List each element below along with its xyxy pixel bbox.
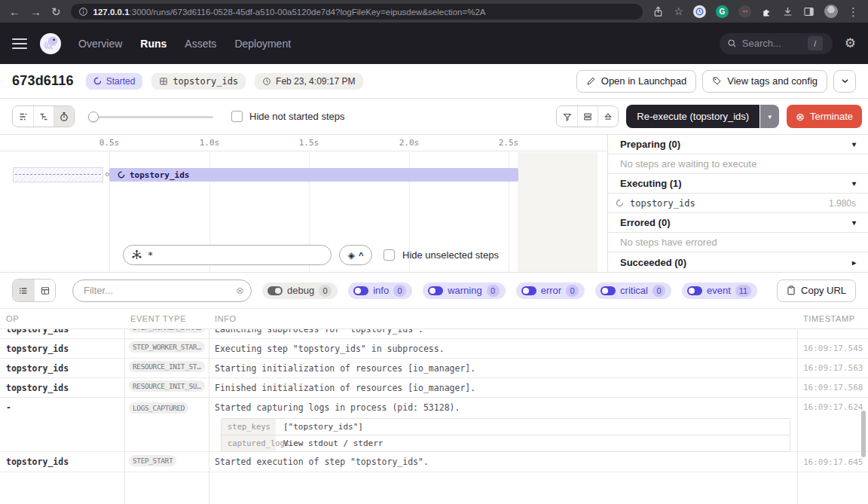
scrollbar-thumb[interactable]	[861, 411, 866, 457]
step-query-options-button[interactable]: ◈ ^	[339, 245, 372, 265]
extensions-puzzle-icon[interactable]	[761, 6, 772, 17]
dagster-logo[interactable]	[39, 32, 62, 55]
nav-item-deployment[interactable]: Deployment	[234, 38, 291, 50]
gantt-toolbar: Hide not started steps R	[0, 99, 868, 135]
view-timed-button[interactable]	[53, 106, 74, 127]
extension-clock-icon[interactable]	[693, 5, 706, 18]
captured-logs-link[interactable]: View stdout / stderr	[276, 435, 790, 451]
level-toggle-error[interactable]: error 0	[516, 283, 585, 299]
share-icon[interactable]	[653, 6, 664, 17]
run-id-title: 673d6116	[12, 73, 74, 89]
download-icon[interactable]	[782, 6, 793, 17]
log-row[interactable]: topstory_ids STEP_WORKER_STARTED Executi…	[0, 339, 868, 359]
step-selector-input[interactable]	[123, 245, 332, 265]
hamburger-menu-icon[interactable]	[12, 38, 27, 50]
level-count-badge: 0	[319, 285, 332, 297]
collapse-rows-button[interactable]	[577, 106, 598, 127]
axis-tick: 1.0s	[200, 138, 220, 148]
log-row[interactable]: topstory_ids RESOURCE_INIT_STARTED Start…	[0, 359, 868, 378]
column-divider	[797, 329, 798, 504]
reexecute-button[interactable]: Re-execute (topstory_ids)	[626, 105, 760, 128]
browser-menu-icon[interactable]: ⋮	[848, 6, 859, 17]
side-panel-icon[interactable]	[803, 6, 815, 17]
caret-down-icon: ▾	[852, 218, 856, 227]
slider-track	[88, 116, 213, 118]
view-tags-config-button[interactable]: View tags and config	[702, 70, 827, 93]
log-view-mode-group	[12, 279, 56, 302]
section-preparing[interactable]: Preparing (0) ▾	[608, 135, 868, 154]
terminate-button[interactable]: ⊗ Terminate	[787, 105, 862, 128]
log-table-body: topstory_ids STEP_WORKER_STARTING Launch…	[0, 329, 868, 504]
browser-back-icon[interactable]: ←	[9, 6, 20, 17]
executing-step-row[interactable]: topstory_ids 1.980s	[608, 194, 868, 213]
run-job-tag[interactable]: topstory_ids	[151, 73, 246, 90]
global-search[interactable]: /	[720, 33, 833, 54]
site-info-icon[interactable]	[78, 7, 88, 17]
event-type-badge: RESOURCE_INIT_STARTED	[129, 361, 205, 372]
search-icon	[727, 38, 737, 48]
log-table-view-button[interactable]	[34, 279, 55, 301]
run-main-area: 0.5s 1.0s 1.5s 2.0s 2.5s topstory_ids	[0, 135, 868, 272]
axis-tick: 2.0s	[399, 138, 420, 148]
event-type-badge: STEP_WORKER_STARTED	[129, 341, 205, 353]
run-header-actions: Open in Launchpad View tags and config	[576, 70, 856, 93]
scroll-to-top-button[interactable]	[598, 106, 618, 127]
run-more-actions-button[interactable]	[833, 70, 856, 93]
browser-reload-icon[interactable]: ↻	[51, 6, 61, 17]
search-input[interactable]	[742, 38, 802, 49]
hide-unselected-checkbox[interactable]	[384, 249, 395, 261]
log-list-view-button[interactable]	[13, 279, 34, 301]
level-toggle-event[interactable]: event 11	[682, 283, 757, 299]
open-in-launchpad-button[interactable]: Open in Launchpad	[576, 70, 696, 93]
column-divider	[124, 329, 125, 504]
bookmark-star-icon[interactable]: ☆	[674, 6, 683, 17]
section-executing[interactable]: Executing (1) ▾	[608, 174, 868, 194]
event-type-badge: LOGS_CAPTURED	[129, 402, 188, 414]
clipboard-icon	[787, 286, 796, 295]
meta-row: step_keys ["topstory_ids"]	[222, 419, 790, 435]
browser-forward-icon[interactable]: →	[30, 6, 41, 17]
extension-grammarly-icon[interactable]: G	[716, 5, 729, 18]
extension-dark-icon[interactable]	[738, 5, 751, 18]
slider-knob[interactable]	[88, 111, 99, 122]
spinner-icon	[616, 199, 624, 207]
log-table-header: OP EVENT TYPE INFO TIMESTAMP	[0, 309, 868, 329]
gantt-step-bar[interactable]: topstory_ids	[109, 168, 518, 182]
level-toggle-info[interactable]: info 0	[348, 283, 412, 299]
reexecute-caret-button[interactable]: ▾	[760, 105, 779, 128]
level-toggle-debug[interactable]: debug 0	[262, 283, 338, 299]
op-selector-icon	[131, 249, 142, 261]
address-bar[interactable]: 127.0.0.1:3000/runs/673d6116-0528-45df-a…	[71, 4, 643, 20]
gantt-filter-row: ◈ ^ Hide unselected steps	[123, 245, 499, 265]
settings-gear-icon[interactable]: ⚙	[845, 35, 856, 51]
log-row[interactable]: topstory_ids RESOURCE_INIT_SUCCESS Finis…	[0, 378, 868, 398]
browser-profile-avatar[interactable]	[824, 5, 838, 18]
log-filter-input[interactable]	[72, 279, 252, 302]
funnel-icon	[562, 111, 573, 122]
copy-url-button[interactable]: Copy URL	[777, 279, 856, 302]
nav-item-runs[interactable]: Runs	[140, 38, 167, 50]
level-toggle-critical[interactable]: critical 0	[595, 283, 671, 299]
log-row[interactable]: - LOGS_CAPTURED Started capturing logs i…	[0, 398, 868, 452]
section-errored[interactable]: Errored (0) ▾	[608, 213, 868, 233]
nav-item-overview[interactable]: Overview	[78, 38, 122, 50]
step-selector-field	[123, 245, 332, 265]
log-row[interactable]: topstory_ids STEP_WORKER_STARTING Launch…	[0, 329, 868, 339]
column-divider	[209, 329, 209, 504]
hide-not-started-checkbox[interactable]	[231, 111, 243, 122]
log-jump-group	[556, 105, 619, 127]
filter-funnel-button[interactable]	[557, 106, 577, 127]
toggle-switch-icon	[353, 286, 368, 295]
section-succeeded[interactable]: Succeeded (0) ▸	[608, 252, 868, 272]
toggle-switch-icon	[521, 286, 536, 295]
toggle-switch-icon	[267, 286, 283, 295]
level-toggle-warning[interactable]: warning 0	[423, 283, 506, 299]
view-waterfall-button[interactable]	[33, 106, 53, 127]
gantt-zoom-slider[interactable]	[88, 111, 213, 122]
view-flat-button[interactable]	[13, 106, 33, 127]
browser-chrome: ← → ↻ 127.0.0.1:3000/runs/673d6116-0528-…	[0, 0, 868, 23]
meta-row: captured_logs View stdout / stderr	[222, 435, 790, 451]
clear-filter-icon[interactable]: ⊗	[236, 285, 244, 296]
nav-item-assets[interactable]: Assets	[185, 38, 216, 50]
run-status-badge: Started	[86, 73, 143, 90]
